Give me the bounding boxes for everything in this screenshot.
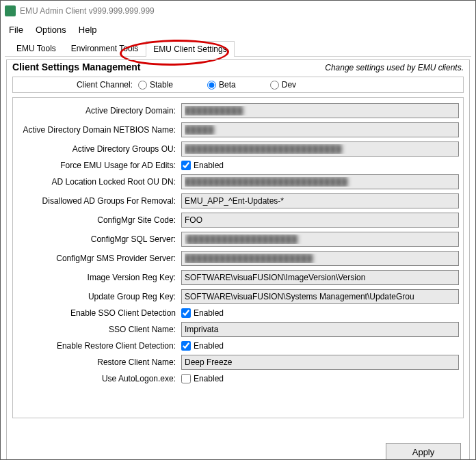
use-autologon-enabled-label: Enabled [194,374,224,383]
radio-dev-label: Dev [282,80,296,90]
app-icon [5,5,16,16]
radio-beta-wrap[interactable]: Beta [207,80,236,90]
radio-stable[interactable] [138,81,147,90]
panel-subtitle: Change settings used by EMU clients. [325,63,464,72]
img-reg-key-label: Image Version Reg Key: [17,273,181,282]
channel-radio-group: Stable Beta Dev [138,80,458,90]
restore-name-label: Restore Client Name: [17,357,181,367]
channel-label: Client Channel: [18,80,138,90]
force-emu-enabled-label: Enabled [194,161,224,170]
force-emu-checkbox[interactable] [181,161,191,170]
restore-name-input[interactable] [181,355,459,370]
cfgmgr-site-input[interactable] [181,213,459,228]
radio-beta-label: Beta [219,80,236,90]
ad-domain-label: Active Directory Domain: [17,106,181,116]
footer: Apply [386,443,461,460]
panel-title: Client Settings Management [12,62,140,72]
ad-locked-root-input[interactable] [181,174,459,189]
sso-name-label: SSO Client Name: [17,325,181,334]
ad-locked-root-label: AD Location Locked Root OU DN: [17,177,181,187]
radio-dev[interactable] [270,81,279,90]
enable-sso-checkbox[interactable] [181,308,191,318]
cfgmgr-sms-input[interactable] [181,251,459,266]
disallowed-groups-label: Disallowed AD Groups For Removal: [17,196,181,206]
cfgmgr-site-label: ConfigMgr Site Code: [17,215,181,225]
tab-emu-client-settings[interactable]: EMU Client Settings [146,41,234,57]
menu-file[interactable]: File [9,25,23,35]
menubar: File Options Help [1,21,475,38]
enable-sso-enabled-label: Enabled [194,308,224,318]
ad-netbios-label: Active Directory Domain NETBIOS Name: [17,125,181,135]
use-autologon-checkbox[interactable] [181,374,191,383]
update-reg-key-input[interactable] [181,289,459,304]
cfgmgr-sql-label: ConfigMgr SQL Server: [17,234,181,244]
tabstrip: EMU Tools Environment Tools EMU Client S… [5,38,471,57]
cfgmgr-sql-input[interactable] [181,232,459,247]
radio-stable-label: Stable [150,80,173,90]
force-emu-label: Force EMU Usage for AD Edits: [17,161,181,170]
menu-options[interactable]: Options [36,25,66,35]
ad-domain-input[interactable] [181,103,459,118]
enable-restore-label: Enable Restore Client Detection: [17,341,181,351]
cfgmgr-sms-label: ConfigMgr SMS Provider Server: [17,254,181,263]
apply-button[interactable]: Apply [386,443,461,460]
enable-restore-checkbox[interactable] [181,341,191,351]
disallowed-groups-input[interactable] [181,193,459,208]
update-reg-key-label: Update Group Reg Key: [17,292,181,301]
settings-panel: Client Settings Management Change settin… [6,59,470,460]
panel-header: Client Settings Management Change settin… [7,60,469,75]
ad-netbios-input[interactable] [181,122,459,137]
ad-groups-ou-label: Active Directory Groups OU: [17,144,181,154]
use-autologon-label: Use AutoLogon.exe: [17,374,181,383]
sso-name-input[interactable] [181,322,459,337]
tab-emu-tools[interactable]: EMU Tools [9,40,64,56]
window-title: EMU Admin Client v999.999.999.999 [20,6,155,16]
settings-scroll[interactable]: Active Directory Domain: Active Director… [12,97,464,418]
radio-beta[interactable] [207,81,216,90]
tab-environment-tools[interactable]: Environment Tools [64,40,146,56]
img-reg-key-input[interactable] [181,270,459,285]
titlebar: EMU Admin Client v999.999.999.999 [1,1,475,21]
enable-sso-label: Enable SSO Client Detection [17,308,181,318]
channel-row: Client Channel: Stable Beta Dev [12,77,464,93]
radio-stable-wrap[interactable]: Stable [138,80,173,90]
radio-dev-wrap[interactable]: Dev [270,80,296,90]
ad-groups-ou-input[interactable] [181,141,459,157]
menu-help[interactable]: Help [79,25,97,35]
enable-restore-enabled-label: Enabled [194,341,224,351]
